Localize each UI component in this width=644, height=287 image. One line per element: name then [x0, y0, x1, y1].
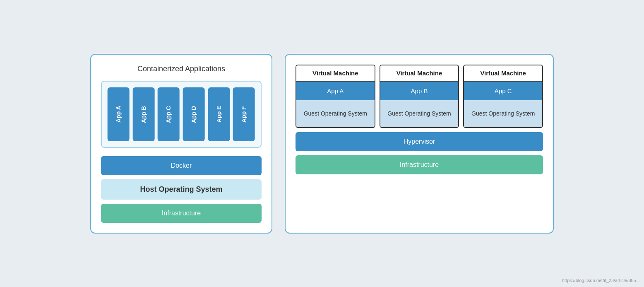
vm-header-3: Virtual Machine [464, 65, 542, 82]
vm-header-2: Virtual Machine [380, 65, 459, 82]
app-block-d: App D [183, 87, 205, 141]
vm-header-1: Virtual Machine [296, 65, 375, 82]
hypervisor-layer: Hypervisor [296, 132, 543, 151]
host-os-layer: Host Operating System [101, 179, 262, 200]
left-infra-layer: Infrastructure [101, 204, 262, 223]
vm-guest-os-1: Guest Operating System [296, 100, 375, 127]
vm-app-1: App A [296, 82, 375, 100]
app-block-f: App F [233, 87, 255, 141]
left-title: Containerized Applications [101, 65, 262, 73]
watermark: https://blog.csdn.net/it_23/article/885.… [562, 278, 640, 283]
main-container: Containerized Applications App A App B A… [90, 54, 554, 234]
container-inner: App A App B App C App D App E App F [101, 81, 262, 148]
apps-row: App A App B App C App D App E App F [108, 87, 255, 141]
app-block-b: App B [133, 87, 155, 141]
left-diagram: Containerized Applications App A App B A… [90, 54, 272, 234]
vm-guest-os-2: Guest Operating System [380, 100, 459, 127]
vms-row: Virtual Machine App A Guest Operating Sy… [296, 65, 543, 128]
right-diagram: Virtual Machine App A Guest Operating Sy… [285, 54, 554, 234]
app-block-a: App A [108, 87, 130, 141]
vm-app-3: App C [464, 82, 542, 100]
right-infra-layer: Infrastructure [296, 155, 543, 174]
vm-app-2: App B [380, 82, 459, 100]
app-block-c: App C [158, 87, 180, 141]
docker-layer: Docker [101, 156, 262, 175]
vm-card-3: Virtual Machine App C Guest Operating Sy… [463, 65, 543, 128]
vm-card-2: Virtual Machine App B Guest Operating Sy… [380, 65, 459, 128]
vm-card-1: Virtual Machine App A Guest Operating Sy… [296, 65, 375, 128]
vm-guest-os-3: Guest Operating System [464, 100, 542, 127]
app-block-e: App E [208, 87, 230, 141]
